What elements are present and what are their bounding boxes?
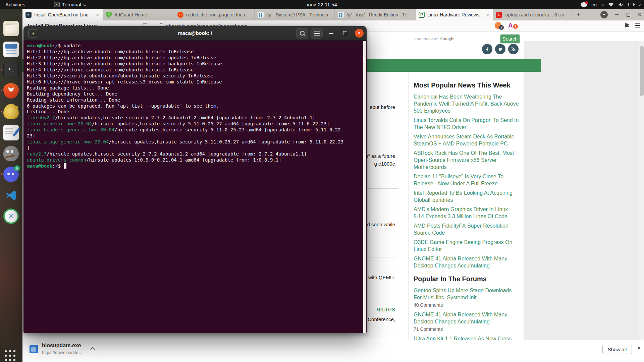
terminal-line: maca@book:/$ update bbox=[27, 43, 360, 49]
browser-tab-7[interactable]: Llaptops and netbooks :: 3 ser bbox=[493, 9, 573, 20]
terminal-text: Hit:5 http://security.ubuntu.com/ubuntu … bbox=[27, 73, 213, 78]
terminal-text: linux-headers-generic-hwe-20.04 bbox=[27, 127, 114, 132]
search-button[interactable]: Search bbox=[500, 34, 520, 44]
news-link[interactable]: O3DE Game Engine Seeing Progress On Linu… bbox=[414, 239, 520, 253]
news-link[interactable]: Intel Reported To Be Looking At Acquirin… bbox=[414, 189, 520, 203]
system-tray[interactable]: en bbox=[581, 0, 641, 9]
page-scrollbar-thumb[interactable] bbox=[640, 46, 644, 96]
terminal-window: + maca@book: / × maca@book:/$ updateHit:… bbox=[23, 26, 367, 333]
close-button[interactable]: × bbox=[638, 12, 641, 18]
desktop: ▸Install OpenBoard on Linu×✓AdGuard Home… bbox=[0, 0, 644, 362]
files-icon bbox=[3, 21, 19, 36]
show-applications-button[interactable] bbox=[5, 350, 17, 362]
dock-item-files[interactable] bbox=[3, 21, 19, 36]
tab-list-dropdown-icon[interactable] bbox=[600, 11, 608, 18]
terminal-close-button[interactable]: × bbox=[355, 29, 364, 38]
search-placeholder: ENHANCED BY bbox=[415, 37, 438, 41]
extension-icon-2[interactable]: A1 bbox=[508, 22, 515, 29]
terminal-search-button[interactable] bbox=[296, 28, 308, 39]
dock-item-gimp[interactable] bbox=[3, 146, 19, 161]
tab-title: AdGuard Home bbox=[114, 12, 171, 17]
running-indicator-dot bbox=[1, 69, 2, 70]
column-divider bbox=[398, 72, 398, 349]
dock-item-terminal[interactable]: >_ bbox=[3, 62, 19, 77]
terminal-text: /hirsute-updates,hirsute-security 5.11.0… bbox=[109, 139, 343, 144]
vscode-icon bbox=[3, 188, 19, 203]
new-tab-button[interactable]: + bbox=[573, 9, 584, 20]
dock-item-green-circle-app[interactable]: ⤫ bbox=[3, 208, 19, 224]
forum-thread: GNOME 41 Alpha Released With Many Deskto… bbox=[414, 311, 520, 332]
terminal-line: libruby2.7/hirsute-updates,hirsute-secur… bbox=[27, 115, 360, 121]
dock-item-openboard[interactable] bbox=[3, 125, 19, 140]
download-file-source: https://download.le… bbox=[42, 350, 83, 355]
dock-item-lamp-app[interactable] bbox=[3, 104, 19, 119]
browser-menu-icon[interactable] bbox=[635, 23, 640, 27]
news-link[interactable]: Linus Torvalds Calls On Paragon To Send … bbox=[414, 117, 520, 131]
download-bar: biosupdate.exe https://download.le… Show… bbox=[22, 340, 644, 358]
terminal-output[interactable]: maca@book:/$ updateHit:1 http://bg.archi… bbox=[23, 41, 367, 333]
forum-thread-link[interactable]: GNOME 41 Alpha Released With Many Deskto… bbox=[414, 311, 520, 325]
terminal-text: 23] bbox=[27, 133, 35, 138]
article-text-fragment: atures bbox=[376, 305, 395, 313]
news-link[interactable]: Valve Announces Steam Deck As Portable S… bbox=[414, 133, 520, 147]
news-link[interactable]: Debian 11 "Bullseye" Is Very Close To Re… bbox=[414, 173, 520, 187]
news-link[interactable]: ASRock Rack Has One Of The Best, Most Op… bbox=[414, 149, 520, 171]
forum-thread-link[interactable]: Gentoo Spins Up More Stage Downloads For… bbox=[414, 287, 520, 301]
clock[interactable]: юли 22 11:54 bbox=[0, 2, 644, 7]
browser-tab-2[interactable]: ✓AdGuard Home bbox=[103, 9, 174, 20]
dock-item-brave[interactable] bbox=[3, 83, 19, 99]
terminal-minimize-button[interactable] bbox=[329, 33, 333, 34]
article-text-fragment: e" as a future bbox=[365, 153, 395, 159]
terminal-line: Listing... Done bbox=[27, 109, 360, 115]
news-link[interactable]: AMD's Modern Graphics Driver In Linux 5.… bbox=[414, 206, 520, 220]
page-right-gutter bbox=[524, 41, 639, 349]
download-bar-divider bbox=[102, 340, 102, 358]
browser-tab-3[interactable]: reddit: the front page of the i bbox=[174, 9, 255, 20]
download-options-chevron-icon[interactable] bbox=[90, 347, 95, 352]
tab-close-icon[interactable]: × bbox=[485, 12, 490, 18]
wifi-icon bbox=[608, 2, 614, 7]
terminal-line: Reading state information... Done bbox=[27, 97, 360, 103]
google-logo: Google bbox=[440, 36, 454, 42]
download-file-name[interactable]: biosupdate.exe bbox=[42, 343, 81, 349]
running-indicator-dot bbox=[1, 90, 2, 91]
discord-tray-icon[interactable] bbox=[581, 2, 587, 7]
terminal-scrollbar[interactable] bbox=[363, 41, 366, 333]
minimize-button[interactable] bbox=[615, 14, 619, 15]
twitter-icon[interactable] bbox=[495, 44, 505, 54]
extension-icon-1[interactable]: 2 bbox=[495, 22, 501, 29]
dock-item-vscode[interactable] bbox=[3, 188, 19, 203]
show-apps-dot bbox=[5, 355, 7, 357]
terminal-title-bar[interactable]: + maca@book: / × bbox=[23, 26, 367, 41]
tab-close-icon[interactable]: × bbox=[95, 12, 100, 18]
tab-title: laptops and netbooks :: 3 ser bbox=[504, 12, 570, 17]
terminal-line: Hit:5 http://security.ubuntu.com/ubuntu … bbox=[27, 73, 360, 79]
news-link[interactable]: AMD Posts FidelityFX Super Resolution So… bbox=[414, 222, 520, 236]
terminal-text: ubuntu-drivers-common bbox=[27, 157, 86, 163]
download-bar-close-icon[interactable]: × bbox=[637, 344, 641, 352]
chevron-down-icon bbox=[601, 3, 604, 6]
terminal-text: Building dependency tree... Done bbox=[27, 91, 117, 97]
browser-tab-6[interactable]: PLinux Hardware Reviews,× bbox=[416, 9, 493, 20]
news-link[interactable]: Canonical Has Been Weathering The Pandem… bbox=[414, 93, 520, 114]
browser-tab-5[interactable]: /g/ - /bst/ - Reddit Edition - Te bbox=[335, 9, 416, 20]
rss-icon[interactable] bbox=[508, 44, 519, 54]
site-search-input[interactable]: ENHANCED BY Google bbox=[412, 35, 499, 43]
browser-tab-4[interactable]: /g/ - SystemD PSA - Technolo bbox=[255, 9, 335, 20]
browser-tab-1[interactable]: ▸Install OpenBoard on Linu× bbox=[22, 9, 103, 20]
facebook-icon[interactable] bbox=[482, 44, 492, 54]
terminal-text: ] bbox=[27, 145, 30, 150]
tab-title: /g/ - SystemD PSA - Technolo bbox=[266, 12, 331, 17]
show-all-downloads-button[interactable]: Show all bbox=[602, 345, 632, 354]
news-link[interactable]: GNOME 41 Alpha Released With Many Deskto… bbox=[414, 255, 520, 269]
fourchan-icon bbox=[258, 12, 264, 18]
dock-item-discord[interactable]: 6 bbox=[3, 167, 19, 182]
terminal-maximize-button[interactable] bbox=[343, 31, 347, 35]
terminal-menu-button[interactable] bbox=[311, 28, 323, 39]
terminal-line: ruby2.7/hirsute-updates,hirsute-security… bbox=[27, 151, 360, 157]
restore-button[interactable] bbox=[627, 13, 630, 17]
extension-flag-icon[interactable] bbox=[625, 23, 629, 28]
page-scrollbar[interactable] bbox=[639, 41, 644, 349]
keyboard-layout-indicator[interactable]: en bbox=[591, 2, 597, 7]
dock-item-libreoffice-writer[interactable] bbox=[3, 42, 19, 57]
